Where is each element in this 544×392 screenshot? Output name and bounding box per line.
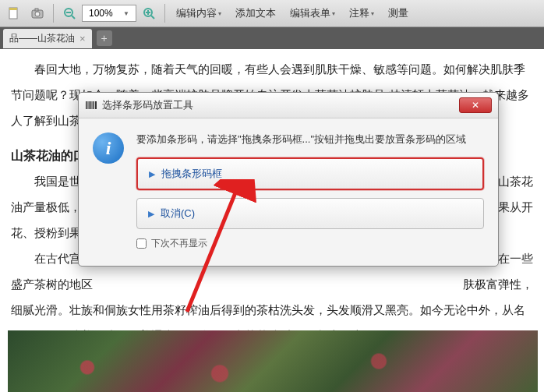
checkbox-input[interactable] <box>136 238 147 249</box>
svg-rect-13 <box>88 101 89 109</box>
checkbox-label: 下次不再显示 <box>151 237 207 250</box>
dialog-titlebar: 选择条形码放置工具 ✕ <box>79 93 498 118</box>
button-label: 拖拽条形码框 <box>161 167 222 181</box>
drag-barcode-button[interactable]: ▶ 拖拽条形码框 <box>136 157 484 190</box>
barcode-icon <box>85 99 97 111</box>
arrow-icon: ▶ <box>149 169 155 179</box>
dialog-overlay: 选择条形码放置工具 ✕ i 要添加条形码，请选择"拖拽条形码框..."按钮并拖曳… <box>0 0 544 392</box>
close-icon: ✕ <box>472 100 479 111</box>
barcode-dialog: 选择条形码放置工具 ✕ i 要添加条形码，请选择"拖拽条形码框..."按钮并拖曳… <box>78 92 499 267</box>
dialog-body: i 要添加条形码，请选择"拖拽条形码框..."按钮并拖曳出要放置条形码的区域 ▶… <box>79 118 498 266</box>
dialog-close-button[interactable]: ✕ <box>459 97 492 113</box>
cancel-button[interactable]: ▶ 取消(C) <box>136 198 484 229</box>
arrow-icon: ▶ <box>148 209 154 219</box>
button-label: 取消(C) <box>161 207 195 221</box>
dialog-title: 选择条形码放置工具 <box>102 98 193 112</box>
svg-rect-15 <box>92 101 93 109</box>
dialog-message: 要添加条形码，请选择"拖拽条形码框..."按钮并拖曳出要放置条形码的区域 <box>136 132 484 147</box>
info-icon: i <box>93 132 124 164</box>
dont-show-checkbox[interactable]: 下次不再显示 <box>136 237 484 250</box>
svg-rect-16 <box>94 101 95 109</box>
svg-rect-14 <box>90 101 91 109</box>
svg-rect-12 <box>86 101 87 109</box>
svg-rect-17 <box>95 101 97 109</box>
